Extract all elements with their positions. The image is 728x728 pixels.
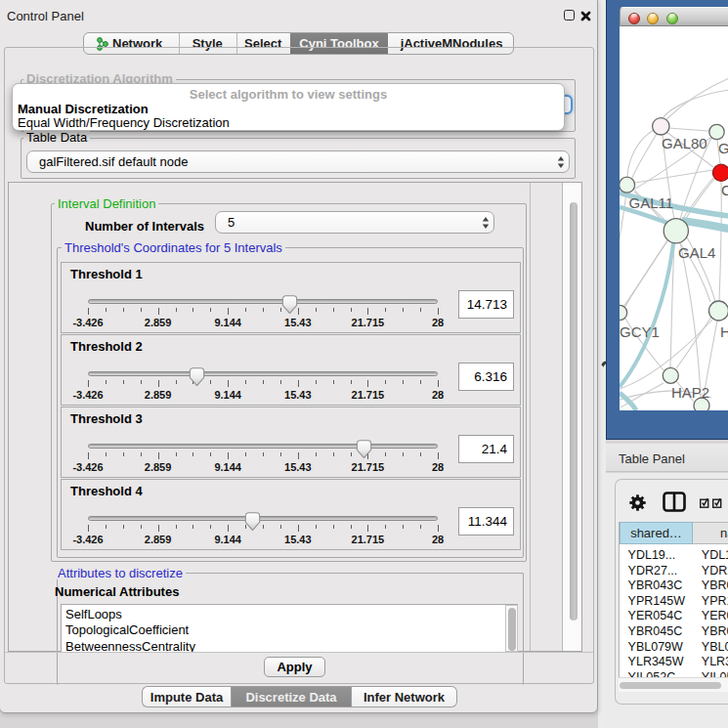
svg-text:GAL4: GAL4: [678, 244, 715, 261]
svg-text:H: H: [720, 323, 728, 340]
svg-text:GAL11: GAL11: [629, 194, 674, 211]
svg-text:GA: GA: [718, 140, 728, 156]
svg-text:GAL80: GAL80: [662, 135, 707, 151]
svg-text:HAP2: HAP2: [671, 384, 709, 401]
svg-text:C: C: [721, 182, 728, 198]
svg-text:GCY1: GCY1: [620, 323, 660, 340]
